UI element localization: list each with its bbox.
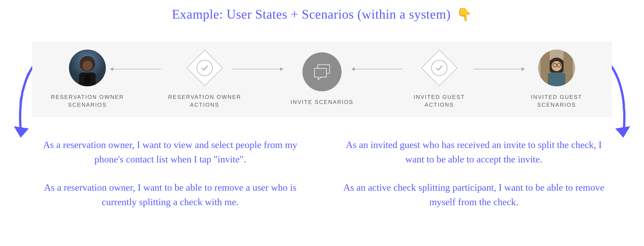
node-label: RESERVATION OWNER SCENARIOS — [48, 93, 126, 109]
decision-diamond-icon — [421, 50, 458, 86]
svg-rect-16 — [548, 73, 565, 86]
node-label: RESERVATION OWNER ACTIONS — [166, 93, 244, 109]
user-story: As an invited guest who has received an … — [336, 138, 612, 167]
check-icon — [200, 63, 209, 73]
svg-marker-0 — [14, 126, 29, 138]
pointing-down-icon: 👇 — [456, 7, 472, 21]
connector-arrow-icon — [474, 69, 524, 69]
user-story: As a reservation owner, I want to be abl… — [32, 180, 308, 209]
avatar — [538, 50, 575, 86]
avatar — [69, 50, 106, 86]
stories-right-column: As an invited guest who has received an … — [336, 138, 612, 209]
user-stories: As a reservation owner, I want to view a… — [32, 138, 612, 209]
node-label: INVITED GUEST ACTIONS — [400, 93, 478, 109]
check-icon — [435, 63, 444, 73]
user-story: As a reservation owner, I want to view a… — [32, 138, 308, 167]
stories-left-column: As a reservation owner, I want to view a… — [32, 138, 308, 209]
node-label: INVITED GUEST SCENARIOS — [518, 93, 596, 109]
title-text: Example: User States + Scenarios (within… — [172, 7, 450, 21]
node-invite-scenarios: INVITE SCENARIOS — [283, 52, 361, 106]
node-invited-guest-actions: INVITED GUEST ACTIONS — [400, 50, 478, 109]
svg-point-4 — [82, 61, 92, 71]
node-reservation-owner-actions: RESERVATION OWNER ACTIONS — [166, 50, 244, 109]
svg-rect-6 — [84, 75, 90, 84]
svg-marker-1 — [615, 126, 630, 138]
page-title: Example: User States + Scenarios (within… — [0, 7, 644, 21]
node-invited-guest-scenarios: INVITED GUEST SCENARIOS — [518, 50, 596, 109]
svg-rect-8 — [314, 68, 326, 77]
user-story: As an active check splitting participant… — [336, 180, 612, 209]
node-label: INVITE SCENARIOS — [290, 98, 353, 106]
chat-bubbles-icon — [302, 52, 342, 91]
node-reservation-owner-scenarios: RESERVATION OWNER SCENARIOS — [48, 50, 126, 109]
diagram-band: RESERVATION OWNER SCENARIOS RESERVATION … — [32, 41, 612, 117]
decision-diamond-icon — [186, 50, 223, 86]
